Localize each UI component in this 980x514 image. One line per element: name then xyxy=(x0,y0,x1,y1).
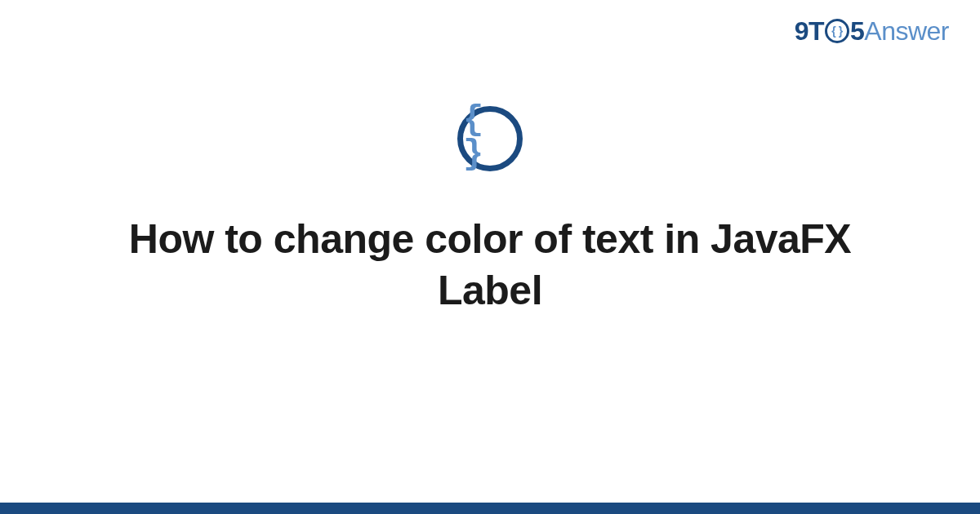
logo-text-9t: 9T xyxy=(795,16,824,47)
main-content: { } How to change color of text in JavaF… xyxy=(0,106,980,316)
code-braces-icon: { } xyxy=(457,106,523,171)
logo-circle-braces: { } xyxy=(831,25,842,37)
logo-circle-icon: { } xyxy=(825,19,849,43)
site-logo: 9T { } 5 Answer xyxy=(795,16,949,47)
logo-text-5: 5 xyxy=(850,16,864,47)
footer-accent-bar xyxy=(0,503,980,514)
page-title: How to change color of text in JavaFX La… xyxy=(122,214,858,316)
logo-text-answer: Answer xyxy=(864,16,949,47)
braces-glyph: { } xyxy=(463,103,517,171)
